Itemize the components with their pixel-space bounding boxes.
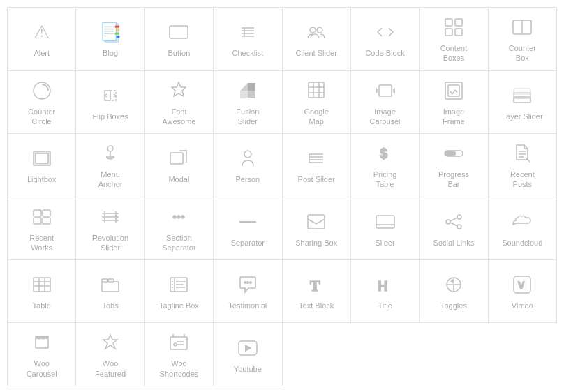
svg-marker-113 (245, 345, 252, 352)
revolution-slider-label: RevolutionSlider (92, 233, 128, 253)
widget-item-google-map[interactable]: GoogleMap (283, 71, 351, 135)
widget-item-revolution-slider[interactable]: RevolutionSlider (76, 197, 144, 261)
tabs-label: Tabs (102, 301, 118, 310)
alert-label: Alert (34, 48, 50, 58)
post-slider-label: Post Silder (298, 174, 335, 184)
person-label: Person (235, 174, 260, 184)
title-label: Title (378, 301, 392, 310)
toggles-label: Toggles (440, 301, 467, 310)
widget-item-pricing-table[interactable]: $PricingTable (351, 134, 420, 197)
svg-text:H: H (378, 278, 387, 294)
counter-circle-icon (33, 80, 51, 102)
widget-item-youtube[interactable]: Youtube (214, 323, 282, 386)
content-boxes-label: ContentBoxes (440, 43, 468, 63)
sharing-box-icon (307, 211, 325, 233)
widget-item-sharing-box[interactable]: Sharing Box (283, 197, 351, 261)
woo-shortcodes-label: WooShortcodes (160, 359, 199, 379)
svg-rect-108 (170, 337, 187, 349)
widget-item-woo-shortcodes[interactable]: WooShortcodes (145, 323, 214, 386)
widget-item-code-block[interactable]: Code Block (351, 8, 420, 71)
widget-item-soundcloud[interactable]: Soundcloud (489, 197, 557, 261)
widget-item-tabs[interactable]: Tabs (76, 260, 144, 323)
title-icon: H (377, 273, 394, 296)
section-separator-label: SectionSeparator (162, 233, 195, 253)
widget-item-vimeo[interactable]: VVimeo (489, 260, 557, 323)
widget-item-separator[interactable]: Separator (214, 197, 282, 261)
svg-point-76 (457, 225, 461, 229)
svg-rect-25 (379, 85, 392, 96)
widget-item-recent-works[interactable]: RecentWorks (8, 197, 76, 261)
svg-point-67 (173, 216, 176, 218)
widget-item-testimonial[interactable]: Testimonial (214, 260, 282, 323)
widget-item-tagline-box[interactable]: Tagline Box (145, 260, 214, 323)
widget-item-flip-boxes[interactable]: Flip Boxes (76, 71, 144, 135)
widget-item-toggles[interactable]: +Toggles (420, 260, 488, 323)
widget-item-client-slider[interactable]: Client Slider (283, 8, 351, 71)
youtube-icon (238, 337, 258, 359)
social-links-icon (445, 211, 463, 233)
widget-item-social-links[interactable]: Social Links (420, 197, 488, 261)
checklist-icon (239, 21, 256, 43)
image-frame-icon (445, 80, 463, 102)
svg-rect-20 (309, 82, 324, 98)
counter-box-icon (512, 16, 532, 38)
widget-item-checklist[interactable]: Checklist (214, 8, 282, 71)
widget-item-modal[interactable]: Modal (145, 134, 214, 197)
svg-line-77 (450, 218, 457, 221)
menu-anchor-label: MenuAnchor (98, 169, 123, 190)
sharing-box-label: Sharing Box (295, 238, 337, 248)
widget-item-counter-circle[interactable]: CounterCircle (8, 71, 76, 135)
svg-marker-18 (240, 91, 248, 98)
svg-marker-17 (248, 83, 255, 91)
widget-item-menu-anchor[interactable]: MenuAnchor (76, 134, 144, 197)
widget-item-woo-featured[interactable]: WooFeatured (76, 323, 144, 386)
woo-carousel-label: WooCarousel (27, 359, 57, 379)
text-block-icon: T (308, 273, 325, 296)
svg-rect-72 (376, 216, 394, 228)
widget-item-title[interactable]: HTitle (351, 260, 420, 323)
widget-item-woo-carousel[interactable]: WooCarousel (8, 323, 76, 386)
widget-item-lightbox[interactable]: Lightbox (8, 134, 76, 197)
flip-boxes-label: Flip Boxes (92, 112, 128, 121)
widget-item-post-slider[interactable]: Post Silder (283, 134, 351, 197)
widget-item-font-awesome[interactable]: FontAwesome (145, 71, 214, 135)
widget-item-layer-slider[interactable]: Layer Slider (489, 71, 557, 135)
svg-line-32 (455, 90, 457, 93)
google-map-label: GoogleMap (304, 107, 328, 127)
font-awesome-label: FontAwesome (162, 107, 195, 127)
widget-item-fusion-slider[interactable]: FusionSlider (214, 71, 282, 135)
widget-item-person[interactable]: Person (214, 134, 282, 197)
svg-point-109 (174, 343, 177, 346)
svg-rect-8 (445, 19, 452, 26)
svg-rect-58 (34, 210, 41, 216)
widget-item-blog[interactable]: 📑Blog (76, 8, 144, 71)
widget-item-table[interactable]: Table (8, 260, 76, 323)
svg-point-97 (249, 281, 252, 284)
alert-icon: ⚠ (34, 21, 50, 43)
widget-item-button[interactable]: Button (145, 8, 214, 71)
widget-item-image-carousel[interactable]: ImageCarousel (351, 71, 420, 135)
widget-item-slider[interactable]: Slider (351, 197, 420, 261)
svg-rect-29 (448, 85, 459, 96)
google-map-icon (308, 80, 325, 102)
widget-item-counter-box[interactable]: CounterBox (489, 8, 557, 71)
widget-item-section-separator[interactable]: SectionSeparator (145, 197, 214, 261)
widget-item-alert[interactable]: ⚠Alert (8, 8, 76, 71)
pricing-table-label: PricingTable (373, 169, 397, 190)
svg-rect-35 (514, 89, 530, 94)
woo-carousel-icon (33, 331, 51, 354)
widget-item-progress-bar[interactable]: ProgressBar (420, 134, 488, 197)
separator-label: Separator (231, 238, 265, 248)
flip-boxes-icon (101, 84, 119, 107)
widget-item-content-boxes[interactable]: ContentBoxes (420, 8, 488, 71)
tabs-icon (101, 273, 119, 296)
widget-item-text-block[interactable]: TText Block (283, 260, 351, 323)
widget-item-recent-posts[interactable]: RecentPosts (489, 134, 557, 197)
counter-box-label: CounterBox (509, 43, 536, 63)
widget-item-image-frame[interactable]: ImageFrame (420, 71, 488, 135)
separator-icon (239, 211, 257, 233)
svg-point-75 (457, 215, 461, 219)
svg-rect-37 (36, 153, 48, 163)
svg-rect-61 (43, 218, 50, 224)
content-boxes-icon (445, 16, 463, 38)
